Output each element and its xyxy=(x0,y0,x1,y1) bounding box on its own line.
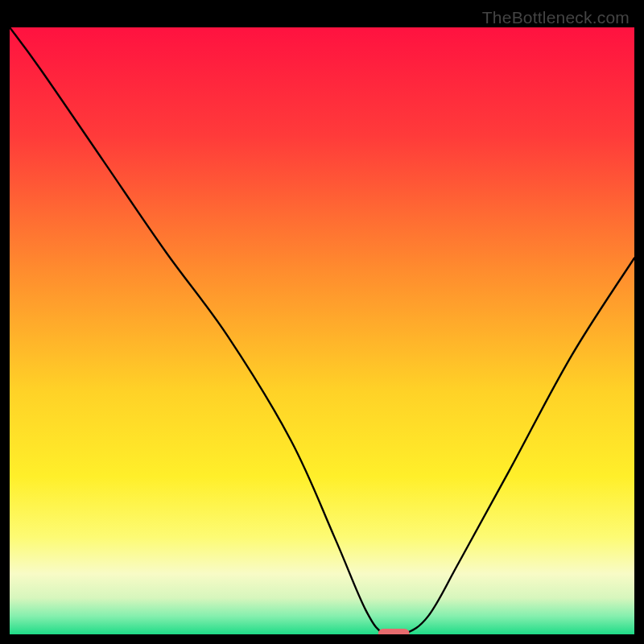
bottleneck-chart-svg xyxy=(10,27,634,634)
gradient-background xyxy=(10,27,634,634)
chart-frame: TheBottleneck.com xyxy=(10,10,634,634)
watermark-text: TheBottleneck.com xyxy=(482,8,630,27)
sweet-spot-marker xyxy=(378,629,410,634)
plot-area xyxy=(10,27,634,634)
